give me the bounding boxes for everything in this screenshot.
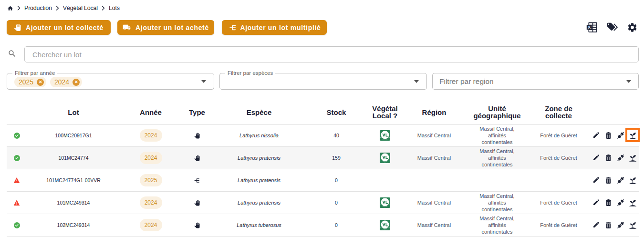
svg-text:X: X — [588, 24, 591, 30]
